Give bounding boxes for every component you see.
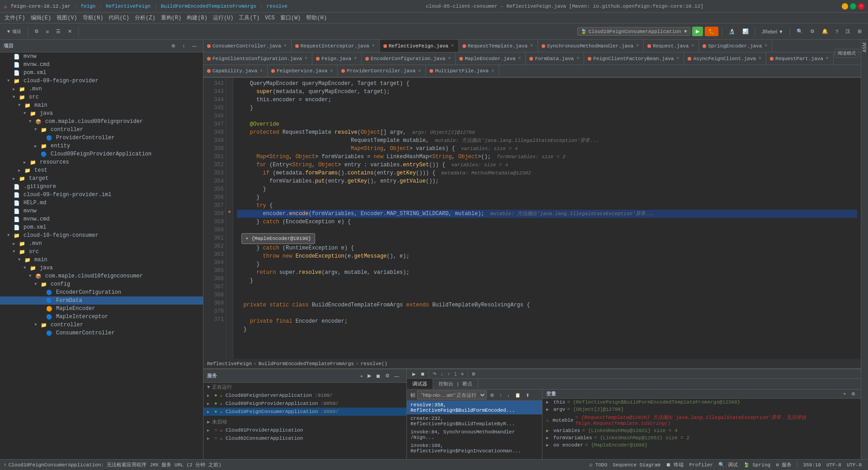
tree-item-providercontroller[interactable]: 🔵ProviderController bbox=[0, 134, 203, 142]
menu-item-___u_[interactable]: 运行(U) bbox=[210, 13, 236, 23]
menu-item-___w_[interactable]: 窗口(W) bbox=[278, 13, 304, 23]
tree-item-controller[interactable]: ▼📁controller bbox=[0, 321, 203, 329]
debug-button[interactable]: 🐛 bbox=[705, 27, 718, 36]
menu-item-___n_[interactable]: 导航(N) bbox=[80, 13, 106, 23]
profile-button[interactable]: 📊 bbox=[740, 27, 751, 36]
menu-item-___b_[interactable]: 构建(B) bbox=[184, 13, 210, 23]
tab-close-btn[interactable]: × bbox=[635, 43, 640, 49]
editor-tab-asyncfeignclient_java[interactable]: AsyncFeignClient.java× bbox=[684, 52, 766, 65]
tree-item-main[interactable]: ▼📁main bbox=[0, 101, 203, 109]
structure-button[interactable]: ≡ bbox=[43, 27, 52, 36]
menu-item-___v_[interactable]: 视图(V) bbox=[54, 13, 80, 23]
notifications-button[interactable]: 🔔 bbox=[819, 27, 831, 36]
menu-item-___c_[interactable]: 代码(C) bbox=[106, 13, 132, 23]
tree-item-main[interactable]: ▼📁main bbox=[0, 256, 203, 264]
tree-item-help_md[interactable]: 📄HELP.md bbox=[0, 199, 203, 207]
settings2-button[interactable]: ⚙ bbox=[807, 27, 817, 36]
thread-down-btn[interactable]: ↓ bbox=[505, 392, 511, 399]
var-expand-icon[interactable]: ▶ bbox=[546, 442, 552, 448]
editor-tab-requestinterceptor_java[interactable]: RequestInterceptor.java× bbox=[292, 40, 380, 52]
tree-item-consumercontroller[interactable]: 🔵ConsumerController bbox=[0, 329, 203, 337]
search-everywhere-button[interactable]: 🔍 bbox=[794, 27, 806, 36]
debug-run-cursor-btn[interactable]: ⤵ bbox=[453, 371, 458, 377]
sidebar-minimize-btn[interactable]: — bbox=[189, 42, 199, 50]
tab-close-btn[interactable]: × bbox=[576, 56, 580, 61]
editor-tab-feign_java[interactable]: Feign.java× bbox=[312, 52, 362, 65]
menu-item-___t_[interactable]: 工具(T) bbox=[236, 13, 262, 23]
tab-close-btn[interactable]: × bbox=[675, 56, 680, 61]
var-expand-icon[interactable]: ▶ bbox=[546, 407, 552, 412]
breakpoint-icon[interactable]: ● bbox=[228, 209, 231, 215]
tree-item-target[interactable]: ▶📁target bbox=[0, 174, 203, 183]
debug-settings-btn[interactable]: ⚙ bbox=[470, 371, 477, 377]
editor-tab-formdata_java[interactable]: FormData.java× bbox=[526, 52, 584, 65]
tree-item-cloud_10_feign_consumer[interactable]: ▼📁cloud-10-feign-consumer bbox=[0, 231, 203, 240]
debug-evaluate-btn[interactable]: ≡ bbox=[459, 371, 466, 377]
breadcrumb-part-2[interactable]: BuildFormEncodedTemplateFromArgs bbox=[259, 361, 354, 367]
tab-close-btn[interactable]: × bbox=[690, 43, 695, 49]
tree-item-src[interactable]: ▼📁src bbox=[0, 248, 203, 256]
tab-close-btn[interactable]: × bbox=[283, 43, 288, 49]
editor-tab-synchronousmethodhandler_java[interactable]: SynchronousMethodHandler.java× bbox=[538, 40, 644, 52]
tree-item-mvnw_cmd[interactable]: 📄mvnw.cmd bbox=[0, 215, 203, 223]
svc-minimize-btn[interactable]: — bbox=[392, 372, 401, 380]
debug-tab-debugger[interactable]: 调试器 bbox=[407, 379, 433, 389]
tree-item-entity[interactable]: ▶📁entity bbox=[0, 142, 203, 150]
tree-item-cloud_09_feign_provider[interactable]: ▼📁cloud-09-feign-provider bbox=[0, 77, 203, 85]
svc-stop-btn[interactable]: ⏹ bbox=[374, 372, 382, 380]
thread-selector[interactable]: "http-nio-...:ain":正在运行 bbox=[417, 390, 486, 400]
var-row-0[interactable]: ▶this = {ReflectiveFeign$BuildFormEncode… bbox=[542, 399, 861, 406]
jrebel-button[interactable]: JRebel ▼ bbox=[759, 27, 786, 36]
tree-item-pom_xml[interactable]: 📄pom.xml bbox=[0, 69, 203, 77]
tab-close-btn[interactable]: × bbox=[825, 56, 830, 61]
tree-item-config[interactable]: ▼📁config bbox=[0, 280, 203, 288]
tree-item-resources[interactable]: ▶📁resources bbox=[0, 158, 203, 166]
status-profiler[interactable]: Profiler bbox=[689, 462, 713, 468]
stack-frame-0[interactable]: resolve:358, ReflectiveFeign$BuildFormEn… bbox=[407, 401, 542, 414]
code-content[interactable]: QueryMapEncoder queryMapEncoder, Target … bbox=[233, 78, 861, 359]
menu-item-vcs[interactable]: VCS bbox=[262, 14, 278, 22]
debug-step-out-btn[interactable]: ↑ bbox=[446, 371, 452, 377]
right-panel-btn[interactable]: ASM bbox=[860, 42, 868, 53]
run-button[interactable]: ▶ bbox=[692, 27, 703, 36]
tab-jar[interactable]: feign-core-10.12.jar bbox=[11, 4, 71, 9]
var-row-1[interactable]: ▶argv = {Object[2]@12788} bbox=[542, 406, 861, 413]
git-button[interactable]: 汉 bbox=[843, 26, 853, 37]
app-row-cloud10feignconsumerapplication[interactable]: ▶●☕Cloud10FeignConsumerApplication:8080/ bbox=[203, 408, 406, 416]
editor-tab-providercontroller_java[interactable]: ProviderController.java× bbox=[338, 65, 426, 77]
app-row-cloud09feignproviderapplication[interactable]: ▶●☕Cloud09FeignProviderApplication:8050/ bbox=[203, 400, 406, 408]
sidebar-settings-btn[interactable]: ⚙ bbox=[169, 42, 178, 50]
tree-item-test[interactable]: ▶📁test bbox=[0, 166, 203, 174]
thread-up-btn[interactable]: ↑ bbox=[498, 392, 504, 399]
tab-close-btn[interactable]: × bbox=[329, 68, 334, 74]
status-terminal[interactable]: ⏹ 终端 bbox=[666, 461, 684, 468]
thread-filter-btn[interactable]: ⚙ bbox=[488, 392, 496, 399]
var-row-2[interactable]: ⚠mutable = {RequestTemplate@12820} 方法抛出 … bbox=[542, 413, 861, 427]
editor-tab-feignclientsconfiguration_java[interactable]: FeignClientsConfiguration.java× bbox=[203, 52, 312, 65]
editor-tab-encoderconfiguration_java[interactable]: EncoderConfiguration.java× bbox=[362, 52, 456, 65]
tree-item-mvnw[interactable]: 📄mvnw bbox=[0, 52, 203, 61]
tab-close-btn[interactable]: × bbox=[517, 56, 522, 61]
close-button[interactable]: × bbox=[858, 3, 864, 9]
menu-item-___e_[interactable]: 编辑(E) bbox=[28, 13, 54, 23]
sidebar-expand-btn[interactable]: ↕ bbox=[180, 42, 188, 50]
menu-item-___h_[interactable]: 帮助(H) bbox=[303, 13, 330, 23]
editor-tab-requesttemplate_java[interactable]: RequestTemplate.java× bbox=[459, 40, 538, 52]
run-config-selector[interactable]: 🍃 Cloud10FeignConsumerApplication ▼ bbox=[577, 27, 690, 36]
menu-item-___f_[interactable]: 文件(F) bbox=[2, 13, 28, 23]
app-row-cloud08feignserverapplication[interactable]: ▶●☕Cloud08FeignServerApplication:9100/ bbox=[203, 391, 406, 400]
thread-export-btn[interactable]: ⬆ bbox=[524, 392, 531, 399]
tree-item-encoderconfiguration[interactable]: 🔵EncoderConfiguration bbox=[0, 288, 203, 296]
var-expand-icon[interactable]: ▶ bbox=[546, 428, 552, 433]
close-all-button[interactable]: ✕ bbox=[65, 27, 75, 36]
tree-item-com_maple_cloud09feignprovider[interactable]: ▼📦com.maple.cloud09feignprovider bbox=[0, 118, 203, 126]
editor-tab-request_java[interactable]: Request.java× bbox=[644, 40, 699, 52]
var-expand-icon[interactable]: ▶ bbox=[546, 435, 552, 441]
breadcrumb-part-3[interactable]: resolve() bbox=[360, 361, 387, 367]
svc-add-btn[interactable]: + bbox=[359, 372, 365, 380]
debug-step-into-btn[interactable]: ↓ bbox=[439, 371, 445, 377]
tab-close-btn[interactable]: × bbox=[417, 68, 422, 74]
editor-tab-feignclientfactorybean_java[interactable]: FeignClientFactoryBean.java× bbox=[584, 52, 684, 65]
app-row-stopped-cloud02consumerapplication[interactable]: ▶○☕Cloud02ConsumerApplication bbox=[203, 434, 406, 442]
editor-tab-springencoder_java[interactable]: SpringEncoder.java× bbox=[699, 40, 772, 52]
